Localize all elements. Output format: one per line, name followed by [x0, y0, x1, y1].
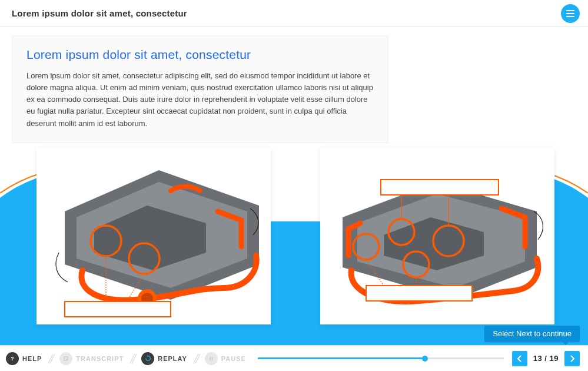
progress-bar[interactable]: [258, 357, 504, 359]
machine-illustration: [56, 170, 259, 308]
transcript-button[interactable]: TRANSCRIPT: [59, 352, 124, 365]
footer: ? HELP TRANSCRIPT REPLAY PAUSE 1: [0, 345, 588, 371]
callout-label-box: [65, 302, 171, 317]
svg-rect-13: [65, 357, 67, 358]
prev-button[interactable]: [512, 351, 527, 366]
pause-icon: [205, 352, 218, 365]
svg-rect-21: [210, 357, 211, 360]
progress-fill: [258, 357, 425, 359]
pause-button[interactable]: PAUSE: [205, 352, 246, 365]
svg-rect-14: [65, 358, 67, 359]
help-button[interactable]: ? HELP: [6, 352, 42, 365]
separator: [191, 352, 201, 365]
menu-button[interactable]: [561, 4, 580, 23]
machine-illustration: [343, 182, 543, 302]
page-counter: 13 / 19: [533, 354, 559, 363]
separator: [127, 352, 138, 365]
stage: Lorem ipsum dolor sit amet, consectetur …: [0, 27, 588, 345]
svg-rect-15: [65, 359, 67, 360]
transcript-label: TRANSCRIPT: [76, 355, 124, 362]
help-label: HELP: [22, 355, 42, 362]
replay-label: REPLAY: [158, 355, 187, 362]
svg-rect-22: [212, 357, 213, 360]
svg-marker-18: [147, 355, 148, 357]
diagram-panel-right: [320, 148, 554, 324]
separator: [45, 352, 56, 365]
help-icon: ?: [6, 352, 19, 365]
page-navigation: 13 / 19: [512, 351, 580, 366]
content-card: Lorem ipsum dolor sit amet, consectetur …: [12, 35, 388, 143]
replay-icon: [141, 352, 154, 365]
content-body: Lorem ipsum dolor sit amet, consectetur …: [26, 70, 374, 130]
next-hint-tooltip: Select Next to continue: [484, 326, 580, 342]
next-button[interactable]: [564, 351, 580, 366]
pause-label: PAUSE: [221, 355, 246, 362]
callout-label-box: [366, 286, 472, 301]
callout-label-box: [381, 180, 499, 195]
page-title: Lorem ipsum dolor sit amet, consectetur: [12, 8, 187, 18]
replay-button[interactable]: REPLAY: [141, 352, 187, 365]
svg-text:?: ?: [11, 355, 14, 361]
diagram-panel-left: [36, 148, 271, 324]
hamburger-icon: [566, 10, 574, 11]
transcript-icon: [59, 352, 72, 365]
content-heading: Lorem ipsum dolor sit amet, consectetur: [26, 48, 374, 62]
header: Lorem ipsum dolor sit amet, consectetur: [0, 0, 588, 27]
progress-handle[interactable]: [422, 356, 428, 362]
